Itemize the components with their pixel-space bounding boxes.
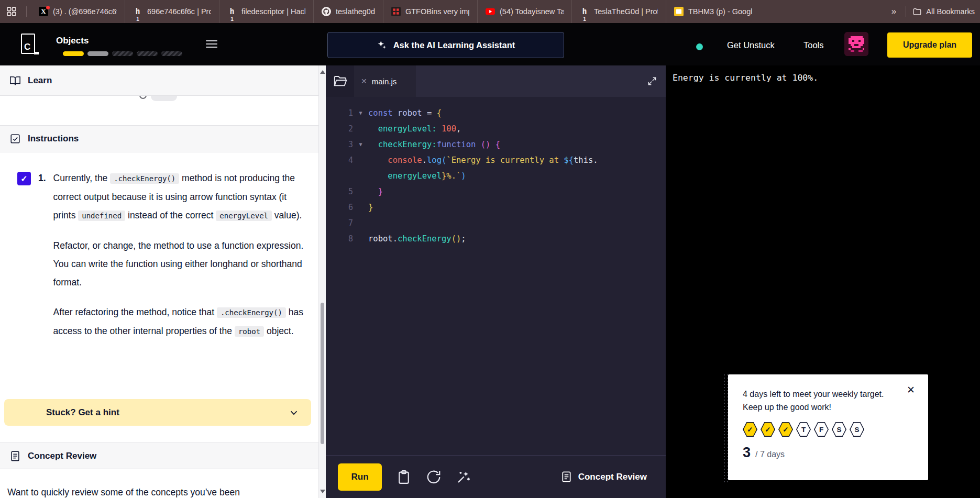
browser-tabs: X(3) . (@696e746c6f6...h1696e746c6f6c | …	[31, 0, 760, 23]
fold-arrow-icon[interactable]: ▼	[353, 137, 368, 152]
panel-scrollbar[interactable]	[318, 65, 326, 498]
line-number: 4	[326, 152, 353, 168]
browser-tab-bar: X(3) . (@696e746c6f6...h1696e746c6f6c | …	[0, 0, 980, 23]
code-line[interactable]: 3▼ checkEnergy:function () {	[326, 137, 666, 152]
ai-assistant-label: Ask the AI Learning Assistant	[393, 40, 515, 50]
checkbox-icon	[9, 133, 21, 145]
line-number: 8	[326, 231, 353, 247]
line-number: 5	[326, 184, 353, 200]
document-icon	[9, 450, 21, 462]
divider	[906, 6, 906, 17]
code-line[interactable]: 5 }	[326, 184, 666, 200]
code-line[interactable]: 2 energyLevel: 100,	[326, 121, 666, 137]
browser-tab[interactable]: X(3) . (@696e746c6f6...	[31, 0, 125, 23]
all-bookmarks-button[interactable]: All Bookmarks	[910, 7, 975, 16]
code-line[interactable]: energyLevel}%.`)	[326, 168, 666, 184]
line-number	[326, 168, 353, 184]
code-editor: ✕ main.js 1▼const robot = {2 energyLevel…	[326, 65, 666, 498]
browser-tab[interactable]: teslatheg0d	[313, 0, 383, 23]
fold-arrow-icon[interactable]: ▼	[353, 105, 368, 121]
browser-tab[interactable]: TBHM3 (p) - Google...	[666, 0, 760, 23]
file-name: main.js	[372, 77, 397, 86]
tab-title: (54) Todayisnew Tal...	[500, 7, 564, 16]
concept-review-label: Concept Review	[28, 451, 96, 461]
progress-segment-locked[interactable]	[137, 51, 158, 56]
concept-review-button[interactable]: Concept Review	[560, 471, 647, 483]
browser-tab[interactable]: h1696e746c6f6c | Profi...	[125, 0, 219, 23]
browser-tab[interactable]: (54) Todayisnew Tal...	[477, 0, 571, 23]
code-tokens: energyLevel: 100,	[368, 121, 461, 137]
tools-link[interactable]: Tools	[803, 40, 824, 50]
hackerone-favicon: h1	[227, 7, 237, 16]
scroll-up-arrow[interactable]	[320, 70, 325, 74]
editor-tab-mainjs[interactable]: ✕ main.js	[354, 65, 416, 97]
fold-gutter	[353, 168, 368, 184]
file-tree-button[interactable]	[326, 65, 354, 97]
expand-icon	[647, 76, 657, 86]
code-area[interactable]: 1▼const robot = {2 energyLevel: 100,3▼ c…	[326, 97, 666, 247]
get-hint-banner[interactable]: Stuck? Get a hint	[4, 399, 311, 426]
progress-segment-locked[interactable]	[112, 51, 133, 56]
chevron-down-icon	[288, 407, 300, 418]
editor-tab-bar: ✕ main.js	[326, 65, 666, 97]
clipboard-icon	[396, 469, 412, 485]
format-code-button[interactable]	[456, 469, 471, 485]
browser-tab[interactable]: h1TeslaTheG0d | Profil...	[571, 0, 666, 23]
ai-assistant-button[interactable]: Ask the AI Learning Assistant	[327, 32, 564, 58]
code-line[interactable]: 1▼const robot = {	[326, 105, 666, 121]
browser-tab[interactable]: h1filedescriptor | Hack...	[219, 0, 313, 23]
concept-review-section-header[interactable]: Concept Review	[0, 442, 318, 469]
close-tab-icon[interactable]: ✕	[361, 77, 367, 85]
instruction-paragraph: Currently, the .checkEnergy() method is …	[53, 169, 306, 225]
learn-section-header[interactable]: Learn	[0, 65, 318, 96]
code-tokens: }	[368, 184, 383, 200]
code-line[interactable]: 4 console.log(`Energy is currently at ${…	[326, 152, 666, 168]
folder-icon	[912, 7, 922, 16]
inline-code-chip: .checkEnergy()	[110, 173, 179, 184]
instructions-section-header[interactable]: Instructions	[0, 125, 318, 152]
user-avatar[interactable]	[844, 32, 868, 56]
scrolled-content-fragment	[0, 96, 318, 102]
day-hexagon-complete: ✓	[743, 422, 757, 437]
progress-segment-done[interactable]	[63, 51, 84, 56]
hackerone-favicon: h1	[580, 7, 589, 16]
streak-count-total: / 7 days	[755, 450, 785, 459]
syllabus-menu-icon[interactable]	[206, 38, 217, 50]
app-header: C Objects Ask the AI Learning Assistant …	[0, 23, 980, 65]
bookmarks-label: All Bookmarks	[926, 7, 975, 16]
fold-gutter	[353, 121, 368, 137]
instruction-text: Currently, the .checkEnergy() method is …	[53, 169, 306, 352]
fold-gutter	[353, 215, 368, 231]
code-line[interactable]: 7	[326, 215, 666, 231]
tab-groups-icon[interactable]	[6, 6, 17, 17]
upgrade-plan-button[interactable]: Upgrade plan	[887, 32, 972, 58]
code-tokens: const robot = {	[368, 105, 442, 121]
codecademy-logo[interactable]: C	[21, 34, 35, 54]
day-hexagon: T	[796, 422, 811, 437]
scrollbar-thumb[interactable]	[321, 303, 324, 444]
progress-segment-locked[interactable]	[161, 51, 182, 56]
line-number: 7	[326, 215, 353, 231]
fold-gutter	[353, 152, 368, 168]
scroll-down-arrow[interactable]	[320, 490, 325, 493]
task-checkbox-checked[interactable]: ✓	[17, 172, 31, 185]
fold-gutter	[353, 231, 368, 247]
lesson-progress-bar	[63, 51, 182, 56]
reset-code-button[interactable]	[426, 469, 442, 485]
progress-segment-viewed[interactable]	[87, 51, 108, 56]
browser-tab[interactable]: GTFOBins very impo...	[383, 0, 477, 23]
tab-overflow-chevrons[interactable]: »	[886, 6, 901, 17]
expand-editor-button[interactable]	[647, 76, 657, 86]
code-line[interactable]: 6}	[326, 200, 666, 215]
close-icon[interactable]: ✕	[907, 385, 915, 395]
copy-button[interactable]	[396, 469, 412, 485]
tab-title: 696e746c6f6c | Profi...	[147, 7, 211, 16]
fold-gutter	[353, 200, 368, 215]
course-title: Objects	[56, 36, 89, 46]
tab-title: TBHM3 (p) - Google...	[688, 7, 752, 16]
get-unstuck-link[interactable]: Get Unstuck	[727, 40, 775, 50]
run-button[interactable]: Run	[338, 463, 382, 491]
book-open-icon	[9, 75, 21, 86]
code-line[interactable]: 8robot.checkEnergy();	[326, 231, 666, 247]
gtfobins-favicon	[391, 7, 401, 16]
